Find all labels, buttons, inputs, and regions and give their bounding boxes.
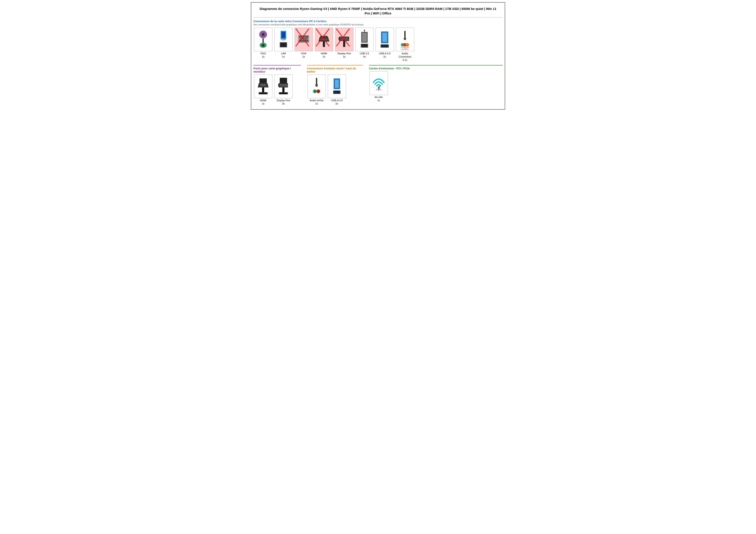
usb2-label: USB 2.04x — [360, 52, 369, 58]
connector-wlan: W-LAN1x — [369, 71, 388, 102]
svg-rect-55 — [260, 84, 266, 87]
svg-rect-73 — [334, 91, 339, 93]
svg-rect-62 — [316, 78, 317, 85]
svg-point-21 — [300, 39, 301, 40]
svg-point-23 — [304, 39, 305, 40]
motherboard-connector-row: PS/21x — [254, 28, 502, 62]
audio-front-icon — [309, 77, 324, 96]
dp-gpu-icon — [276, 77, 291, 96]
connector-ps2: PS/21x — [254, 28, 273, 62]
connector-lan: LAN1x — [274, 28, 293, 62]
audio-label: AudioConnectors5.1x — [399, 52, 411, 62]
connector-hdmi-gpu: HDMI1x — [254, 75, 273, 105]
hdmi-rear-label: HDMI1x — [321, 52, 327, 58]
svg-point-26 — [307, 38, 309, 39]
usba30-front-label: USB-A 3.02x — [331, 99, 343, 105]
connector-box-ps2 — [254, 28, 272, 51]
ps2-icon — [256, 30, 271, 49]
svg-rect-14 — [281, 43, 286, 47]
connector-dp-gpu: Display Port3x — [274, 75, 293, 105]
wlan-label: W-LAN1x — [375, 96, 383, 102]
dp-rear-label: Display Port1x — [338, 52, 351, 58]
connector-audio-front: Audio In/Out1x — [307, 75, 326, 105]
ps2-label: PS/21x — [260, 52, 266, 58]
lan-icon — [276, 30, 291, 49]
svg-rect-11 — [284, 38, 284, 40]
front-connector-row: Audio In/Out1x — [307, 75, 363, 105]
svg-rect-30 — [323, 41, 325, 47]
connector-box-usba30-front — [328, 75, 346, 98]
hdmi-rear-icon — [316, 30, 332, 49]
lan-label: LAN1x — [281, 52, 286, 58]
svg-rect-58 — [259, 93, 267, 94]
connector-box-dp-gpu — [274, 75, 293, 98]
svg-rect-10 — [283, 38, 283, 40]
connector-usb2: USB 2.04x — [355, 28, 374, 62]
connector-box-audio-front — [308, 75, 326, 98]
usba30-label: USB-A 3.02x — [379, 52, 391, 58]
connector-box-usb2 — [355, 28, 374, 51]
connector-box-audio: *7.1 avec *7.1 avecFrontpanelConnector — [396, 28, 414, 51]
motherboard-heading: Connexions de la carte mère Connexions P… — [254, 20, 502, 23]
svg-rect-12 — [284, 38, 285, 40]
hdmi-gpu-label: HDMI1x — [260, 99, 266, 105]
connector-box-dp-rear — [335, 28, 353, 51]
main-container: Diagramme de connexion Ryzen Gaming V3 |… — [251, 2, 505, 110]
extension-section: Cartes d'extension - PCI / PCIe — [369, 65, 502, 104]
audio-front-label: Audio In/Out1x — [310, 99, 323, 105]
connector-dp-rear: Display Port1x — [335, 28, 354, 62]
connector-usba30-front: USB-A 3.02x — [327, 75, 346, 105]
svg-rect-59 — [280, 78, 287, 83]
svg-point-68 — [317, 90, 319, 92]
usba30-front-icon — [329, 77, 344, 96]
svg-point-25 — [298, 38, 300, 39]
motherboard-subtext: (les connexions moniteur/carte graphique… — [254, 23, 502, 26]
svg-point-6 — [262, 44, 264, 46]
svg-rect-9 — [282, 38, 282, 40]
connector-box-lan — [274, 28, 293, 51]
wlan-icon — [371, 73, 386, 93]
connector-box-hdmi-rear — [315, 28, 333, 51]
page-title: Diagramme de connexion Ryzen Gaming V3 |… — [254, 5, 502, 17]
gpu-heading: Ports pour carte graphique / moniteur — [254, 67, 301, 73]
svg-point-39 — [364, 30, 365, 31]
svg-rect-54 — [259, 78, 267, 83]
dp-gpu-label: Display Port3x — [277, 99, 290, 105]
connector-hdmi-rear: HDMI1x — [314, 28, 334, 62]
svg-point-66 — [314, 90, 316, 92]
connector-box-wlan — [369, 71, 388, 95]
svg-point-19 — [304, 38, 305, 38]
connector-box-usba30 — [376, 28, 394, 51]
front-heading: Connexions frontales avant / haut du boî… — [307, 67, 363, 73]
svg-rect-71 — [335, 80, 339, 88]
svg-point-17 — [300, 38, 301, 38]
svg-rect-41 — [362, 44, 367, 47]
svg-rect-16 — [299, 36, 308, 41]
usb2-icon — [357, 30, 372, 49]
connector-audio: *7.1 avec *7.1 avecFrontpanelConnector A… — [395, 28, 415, 62]
svg-rect-46 — [381, 45, 388, 47]
svg-rect-47 — [404, 31, 406, 38]
svg-point-20 — [306, 38, 307, 38]
vga-label: VGA1x — [301, 52, 306, 58]
connector-box-hdmi-gpu — [254, 75, 272, 98]
audio-note: *7.1 avecFrontpanelConnector — [400, 45, 410, 51]
svg-point-22 — [302, 39, 303, 40]
gpu-section: Ports pour carte graphique / moniteur — [254, 65, 301, 107]
svg-rect-63 — [315, 84, 318, 86]
svg-point-2 — [262, 33, 264, 36]
svg-rect-44 — [382, 33, 387, 42]
svg-point-18 — [302, 38, 303, 38]
connector-usba30: USB-A 3.02x — [375, 28, 394, 62]
svg-rect-64 — [316, 86, 317, 87]
connector-box-vga — [295, 28, 313, 51]
usba30-icon — [377, 30, 392, 49]
motherboard-section: Connexions de la carte mère Connexions P… — [254, 20, 502, 62]
svg-rect-29 — [320, 38, 328, 40]
connector-vga: VGA1x — [294, 28, 313, 62]
extension-heading: Cartes d'extension - PCI / PCIe — [369, 67, 502, 70]
svg-rect-49 — [404, 39, 406, 40]
dp-rear-icon — [337, 30, 352, 49]
front-section: Connexions frontales avant / haut du boî… — [307, 65, 363, 107]
svg-rect-48 — [404, 38, 406, 39]
